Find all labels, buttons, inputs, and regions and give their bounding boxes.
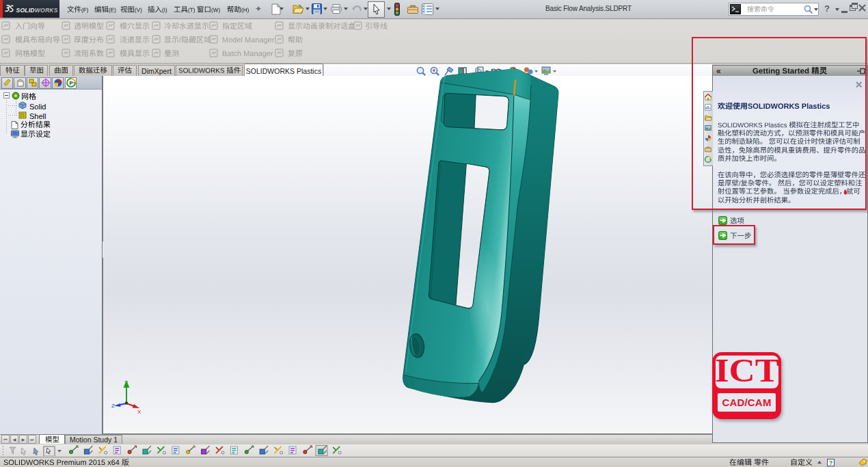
svg-text:P: P xyxy=(70,80,74,86)
svg-text:Y: Y xyxy=(124,379,128,386)
svg-text:SOLIDWORKS: SOLIDWORKS xyxy=(16,7,58,14)
svg-text:X: X xyxy=(137,409,141,414)
svg-text:Z: Z xyxy=(111,403,115,409)
